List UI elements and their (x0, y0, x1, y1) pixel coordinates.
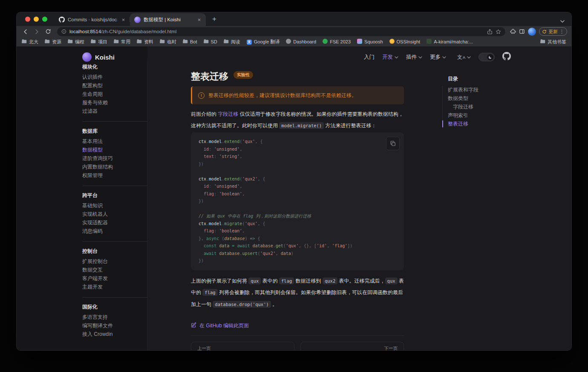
code-line: }) (191, 160, 404, 168)
sidebar-item[interactable]: 基础知识 (82, 201, 147, 210)
forward-button[interactable] (32, 27, 41, 36)
update-chrome-button[interactable]: 更新 ⋮ (539, 27, 567, 36)
sidebar-item[interactable]: 配置构型 (82, 81, 147, 90)
sidebar-item[interactable]: 权限管理 (82, 171, 147, 180)
browser-menu-icon[interactable]: ⋮ (559, 29, 564, 34)
share-icon[interactable] (487, 29, 493, 34)
sidebar-item[interactable]: 数据交互 (82, 266, 147, 274)
update-icon (542, 29, 547, 34)
inline-link[interactable]: 字段迁移 (218, 111, 238, 117)
bookmark-item[interactable]: 文Google 翻译 (247, 39, 280, 45)
navbar-item-入门[interactable]: 入门 (364, 54, 375, 61)
other-bookmarks-folder[interactable]: 其他书签 (540, 39, 566, 45)
bookmark-item[interactable]: 编程 (68, 39, 84, 45)
bookmark-item[interactable]: 阅读 (224, 39, 240, 45)
code-block: ctx.model.extend('qux', { id: 'unsigned'… (191, 132, 404, 270)
profile-avatar[interactable] (528, 28, 536, 36)
back-button[interactable] (21, 27, 29, 36)
folder-icon (137, 39, 142, 45)
bookmark-item[interactable]: 临时 (160, 39, 176, 45)
page-content: 模块化认识插件配置构型生命周期服务与依赖过滤器数据库基本用法数据模型进阶查询技巧… (17, 46, 571, 351)
copy-code-button[interactable] (386, 137, 400, 150)
sidebar-item[interactable]: 主题开发 (82, 283, 147, 291)
sidebar-item[interactable]: 认识插件 (82, 73, 147, 81)
sidebar-item[interactable]: 编写翻译文件 (82, 321, 147, 330)
sidebar-item[interactable]: 服务与依赖 (82, 98, 147, 107)
tab-strip: Commits · koishijs/docs×数据模型 | Koishi× + (17, 12, 571, 26)
navbar-item-插件[interactable]: 插件 (406, 54, 422, 61)
site-brand[interactable]: Koishi (82, 46, 115, 68)
other-bookmarks-label: 其他书签 (548, 39, 566, 45)
code-line: flag: 'boolean', (191, 190, 404, 198)
sidebar-item[interactable]: 进阶查询技巧 (82, 154, 147, 163)
bookmark-star-icon[interactable] (496, 29, 501, 34)
bookmark-label: 项目 (98, 39, 107, 45)
inline-code: flag (202, 289, 217, 296)
sidebar-item[interactable]: 实现适配器 (82, 218, 147, 227)
sidebar-item[interactable]: 内置数据结构 (82, 163, 147, 171)
site-info-icon[interactable] (61, 29, 66, 34)
dark-mode-toggle[interactable] (478, 53, 495, 61)
zoom-window-button[interactable] (42, 17, 47, 22)
main-content: 整表迁移 实验性 ! 整表迁移的性能较差，建议谨慎设计数据库结构而不是依赖迁移。… (191, 68, 404, 351)
bookmark-item[interactable]: OSSInsight (389, 39, 421, 45)
extensions-puzzle-icon[interactable] (510, 29, 516, 34)
sidebar-item[interactable]: 数据模型 (82, 146, 147, 154)
toc-item[interactable]: 整表迁移 (443, 120, 515, 128)
browser-tab[interactable]: Commits · koishijs/docs× (54, 13, 130, 26)
next-page-card[interactable]: 下一页 (300, 342, 404, 351)
code-line: ctx.model.migrate('qux', { (191, 220, 404, 228)
sidebar-item[interactable]: 过滤器 (82, 107, 147, 115)
bookmark-item[interactable]: SD (204, 39, 217, 45)
bookmark-label: A-kirami/matcha:... (434, 39, 473, 44)
sidebar-item[interactable]: 消息编码 (82, 227, 147, 235)
sidebar-item[interactable]: 接入 Crowdin (82, 330, 147, 338)
side-panel-icon[interactable] (519, 29, 525, 34)
sidebar-item[interactable]: 基本用法 (82, 137, 147, 146)
google-icon: 文 (247, 39, 252, 45)
code-line: // 如果 qux 中存在 flag 列，则对这部分数据进行迁移 (191, 212, 404, 220)
browser-tab[interactable]: 数据模型 | Koishi× (130, 13, 206, 26)
navbar-item-更多[interactable]: 更多 (430, 54, 446, 61)
minimize-window-button[interactable] (34, 17, 39, 22)
experimental-badge: 实验性 (233, 71, 253, 79)
sidebar-divider (82, 241, 147, 242)
language-menu[interactable]: 文A (457, 54, 471, 61)
bookmark-label: 阅读 (231, 39, 240, 45)
prev-page-card[interactable]: 上一页 (191, 342, 294, 351)
sidebar-group-title: 控制台 (82, 247, 147, 255)
sidebar-item[interactable]: 生命周期 (82, 90, 147, 98)
chevron-down-icon (395, 54, 398, 60)
bookmark-item[interactable]: Bot (183, 39, 197, 45)
bookmark-item[interactable]: Squoosh (357, 39, 383, 45)
bookmark-item[interactable]: A-kirami/matcha:... (427, 39, 473, 45)
bookmark-item[interactable]: 北大 (22, 39, 38, 45)
edit-page-link[interactable]: 在 GitHub 编辑此页面 (191, 321, 404, 330)
toc-item[interactable]: 字段迁移 (443, 103, 515, 111)
toc-item[interactable]: 声明索引 (443, 111, 515, 120)
tab-close-icon[interactable]: × (196, 17, 202, 23)
address-bar[interactable]: localhost:8514/zh-CN/guide/database/mode… (57, 27, 505, 36)
sidebar-item[interactable]: 实现机器人 (82, 210, 147, 218)
toc-item[interactable]: 数据类型 (443, 94, 515, 103)
bookmark-item[interactable]: 资料 (137, 39, 153, 45)
sidebar-item[interactable]: 扩展控制台 (82, 257, 147, 266)
close-window-button[interactable] (25, 17, 30, 22)
bookmark-item[interactable]: Dashboard (286, 39, 316, 45)
bookmark-item[interactable]: 资源 (45, 39, 61, 45)
sidebar-item[interactable]: 客户端开发 (82, 274, 147, 283)
reload-button[interactable] (44, 27, 52, 36)
github-link[interactable] (502, 52, 511, 62)
sidebar-item[interactable]: 多语言支持 (82, 313, 147, 321)
bookmark-item[interactable]: FSE 2023 (323, 39, 351, 45)
table-of-contents: 目录 扩展表和字段数据类型字段迁移声明索引整表迁移 (442, 74, 515, 128)
tab-search-chevron-icon[interactable] (560, 17, 565, 25)
bookmark-item[interactable]: 项目 (91, 39, 107, 45)
new-tab-button[interactable]: + (209, 14, 219, 24)
tab-close-icon[interactable]: × (120, 17, 127, 23)
navbar-item-开发[interactable]: 开发 (382, 54, 398, 61)
navbar-item-label: 插件 (406, 54, 417, 61)
toc-item[interactable]: 扩展表和字段 (443, 86, 515, 94)
bookmark-item[interactable]: 常用 (114, 39, 130, 45)
moon-icon (487, 54, 493, 60)
